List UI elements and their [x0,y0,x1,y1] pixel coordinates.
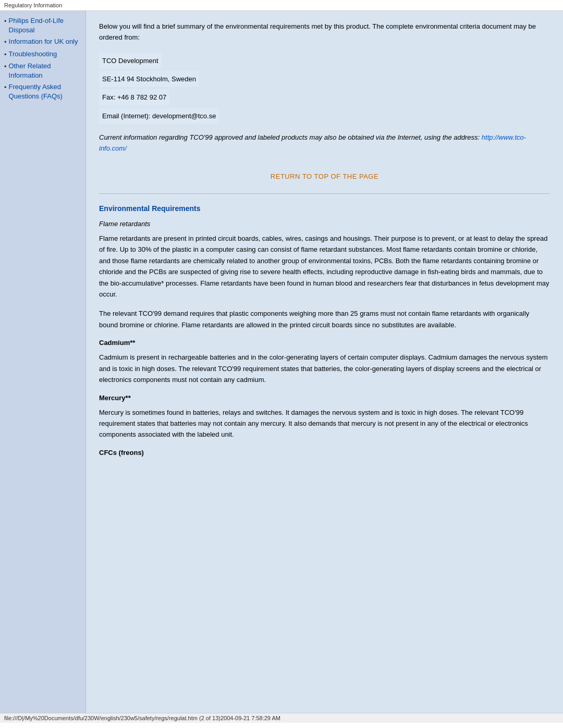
italic-note: Current information regarding TCO'99 app… [99,132,550,154]
address-line-3: Fax: +46 8 782 92 07 [99,89,169,105]
subsection4-title: CFCs (freons) [99,449,550,456]
bullet-3: • [4,50,7,59]
sidebar-link-1[interactable]: Philips End-of-Life Disposal [9,16,81,35]
sidebar-link-3[interactable]: Troubleshooting [9,50,57,59]
bullet-2: • [4,38,7,47]
address-line-4: Email (Internet): development@tco.se [99,108,219,124]
sidebar-item-4: • Other Related Information [4,61,81,80]
status-text: file:///D|/My%20Documents/dfu/230W/engli… [4,715,280,721]
main-layout: • Philips End-of-Life Disposal • Informa… [0,11,563,713]
sidebar-item-2: • Information for UK only [4,37,81,47]
return-link-container: RETURN TO TOP OF THE PAGE [99,172,550,180]
section-title: Environmental Requirements [99,204,550,213]
title-bar: Regulatory Information [0,0,563,11]
address-block: TCO Development SE-114 94 Stockholm, Swe… [99,53,550,127]
sidebar-item-5: • Frequently Asked Questions (FAQs) [4,82,81,101]
bullet-4: • [4,62,7,71]
title-text: Regulatory Information [4,2,62,8]
sidebar-nav: • Philips End-of-Life Disposal • Informa… [4,16,81,102]
sidebar-link-5[interactable]: Frequently Asked Questions (FAQs) [9,82,81,101]
status-bar: file:///D|/My%20Documents/dfu/230W/engli… [0,713,563,723]
subsection2-para: Cadmium is present in rechargeable batte… [99,352,550,385]
sidebar: • Philips End-of-Life Disposal • Informa… [0,11,86,713]
italic-note-text: Current information regarding TCO'99 app… [99,133,482,141]
subsection3-title: Mercury** [99,394,550,402]
intro-paragraph: Below you will find a brief summary of t… [99,21,550,43]
horizontal-divider [99,193,550,194]
subsection1-para1: Flame retardants are present in printed … [99,233,550,300]
sidebar-link-4[interactable]: Other Related Information [9,61,81,80]
return-to-top-link[interactable]: RETURN TO TOP OF THE PAGE [271,172,378,180]
sidebar-link-2[interactable]: Information for UK only [9,37,78,46]
address-line-2: SE-114 94 Stockholm, Sweden [99,71,199,87]
sidebar-item-1: • Philips End-of-Life Disposal [4,16,81,35]
address-line-1: TCO Development [99,53,162,69]
content-area: Below you will find a brief summary of t… [86,11,563,713]
bullet-1: • [4,17,7,26]
sidebar-item-3: • Troubleshooting [4,50,81,59]
subsection2-title: Cadmium** [99,339,550,347]
subsection1-para2: The relevant TCO'99 demand requires that… [99,308,550,330]
bullet-5: • [4,83,7,92]
subsection1-title: Flame retardants [99,220,550,228]
subsection3-para: Mercury is sometimes found in batteries,… [99,407,550,440]
